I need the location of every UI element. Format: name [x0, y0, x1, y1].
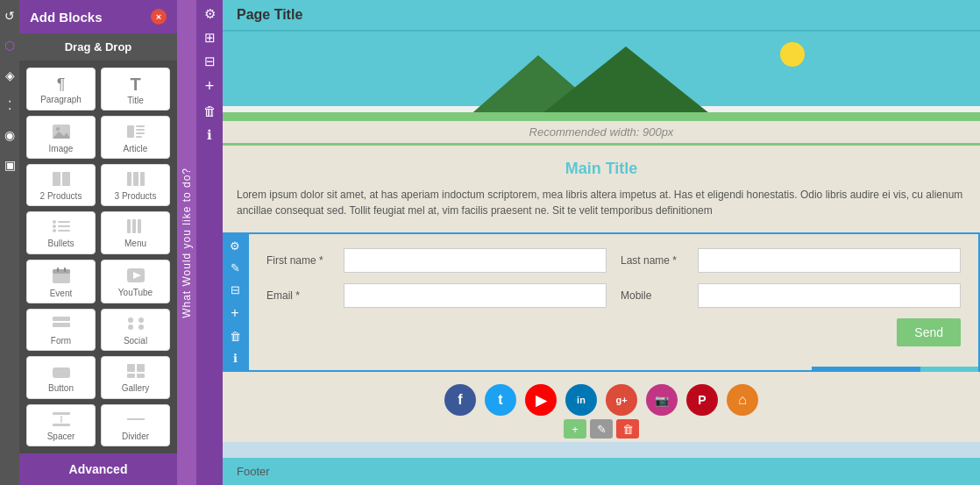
block-button[interactable]: Button — [26, 356, 96, 398]
close-icon[interactable]: × — [151, 9, 167, 25]
last-name-field: Last name * — [621, 248, 961, 273]
divider-label: Divider — [122, 432, 149, 441]
block-article[interactable]: Article — [101, 116, 170, 158]
svg-rect-25 — [64, 267, 66, 272]
svg-rect-29 — [53, 323, 70, 327]
send-button[interactable]: Send — [897, 318, 961, 346]
svg-rect-16 — [58, 225, 70, 227]
mobile-input[interactable] — [698, 283, 961, 308]
blocks-grid: ¶ Paragraph T Title Image Article 2 — [19, 61, 177, 453]
block-image[interactable]: Image — [26, 116, 96, 158]
block-event[interactable]: Event — [26, 260, 96, 303]
page-title: Page Title — [237, 7, 302, 22]
vertical-tab[interactable]: What Would you like to do? — [177, 0, 196, 485]
svg-rect-20 — [132, 219, 136, 233]
footer-bar: Footer — [223, 458, 980, 485]
block-bullets[interactable]: Bullets — [26, 211, 96, 253]
hero-caption: Recommended width: 900px — [223, 121, 980, 143]
form-tool-brush[interactable]: ✎ — [231, 261, 240, 275]
svg-rect-5 — [136, 129, 145, 131]
button-icon — [53, 365, 70, 381]
svg-rect-18 — [58, 230, 70, 232]
event-label: Event — [50, 289, 73, 298]
article-icon — [127, 125, 145, 141]
form-tool-add[interactable]: + — [231, 305, 238, 321]
save-icon[interactable]: ▣ — [4, 158, 16, 172]
form-actions: Send — [266, 318, 961, 346]
layout-icon[interactable]: ⊟ — [204, 54, 216, 68]
form-tool-info[interactable]: ℹ — [233, 352, 238, 365]
svg-rect-38 — [137, 374, 145, 378]
social-add-btn[interactable]: + — [564, 419, 586, 439]
mobile-label: Mobile — [621, 289, 691, 302]
form-section: First name * Last name * Email * Mobile — [247, 232, 980, 372]
youtube-social-icon[interactable]: ▶ — [525, 384, 557, 416]
first-name-label: First name * — [266, 254, 337, 267]
youtube-label: YouTube — [118, 288, 153, 297]
svg-rect-40 — [53, 424, 70, 426]
block-social[interactable]: Social — [101, 309, 170, 351]
form-tool-layout[interactable]: ⊟ — [231, 283, 240, 296]
svg-rect-37 — [127, 374, 135, 378]
block-form[interactable]: Form — [26, 309, 96, 351]
twitter-icon[interactable]: t — [485, 384, 516, 416]
dots-icon[interactable]: ⁚ — [8, 98, 11, 112]
social-label: Social — [124, 336, 147, 346]
2products-icon — [53, 172, 70, 189]
settings-icon[interactable]: ⚙ — [204, 7, 216, 20]
spacer-label: Spacer — [47, 432, 75, 441]
gallery-label: Gallery — [122, 383, 150, 393]
block-youtube[interactable]: YouTube — [101, 260, 170, 303]
delete-icon[interactable]: 🗑 — [203, 104, 217, 118]
first-name-input[interactable] — [344, 248, 607, 273]
svg-point-30 — [128, 317, 133, 323]
block-menu[interactable]: Menu — [101, 211, 170, 253]
block-3products[interactable]: 3 Products — [101, 164, 170, 206]
block-2products[interactable]: 2 Products — [26, 164, 96, 206]
form-label: Form — [51, 336, 71, 346]
advanced-button[interactable]: Advanced — [19, 453, 177, 485]
block-divider[interactable]: Divider — [101, 404, 170, 446]
2products-label: 2 Products — [40, 191, 82, 201]
button-label: Button — [48, 383, 74, 393]
form-tool-delete[interactable]: 🗑 — [230, 330, 241, 343]
content-section: Main Title Lorem ipsum dolor sit amet, a… — [223, 146, 980, 232]
last-name-input[interactable] — [698, 248, 961, 273]
pinterest-icon[interactable]: P — [686, 384, 718, 416]
social-edit-btn[interactable]: ✎ — [590, 419, 613, 439]
svg-rect-28 — [53, 317, 70, 321]
block-spacer[interactable]: Spacer — [26, 404, 96, 446]
home-icon[interactable]: ⌂ — [727, 384, 758, 416]
refresh-icon[interactable]: ↺ — [4, 9, 15, 23]
facebook-icon[interactable]: f — [444, 384, 476, 416]
page-title-bar: Page Title — [223, 0, 980, 32]
instagram-icon[interactable]: 📷 — [646, 384, 678, 416]
svg-rect-23 — [53, 269, 70, 274]
svg-point-15 — [53, 225, 56, 228]
svg-rect-6 — [136, 132, 145, 134]
form-row-1: First name * Last name * — [266, 248, 961, 273]
svg-rect-35 — [127, 364, 135, 372]
googleplus-icon[interactable]: g+ — [606, 384, 637, 416]
email-input[interactable] — [344, 283, 607, 308]
info-icon[interactable]: ℹ — [207, 128, 212, 141]
form-tool-settings[interactable]: ⚙ — [230, 239, 240, 253]
linkedin-icon[interactable]: in — [565, 384, 597, 416]
svg-point-1 — [56, 127, 60, 131]
svg-rect-39 — [53, 412, 70, 415]
lorem-text: Lorem ipsum dolor sit amet, at has aperi… — [237, 187, 966, 218]
block-paragraph[interactable]: ¶ Paragraph — [26, 68, 96, 111]
eye-icon[interactable]: ◉ — [4, 128, 15, 142]
spacer-icon — [53, 412, 70, 429]
block-title[interactable]: T Title — [101, 68, 170, 111]
blocks-icon[interactable]: ⊞ — [204, 31, 216, 44]
svg-rect-8 — [53, 172, 60, 186]
block-gallery[interactable]: Gallery — [101, 356, 170, 398]
social-delete-btn[interactable]: 🗑 — [616, 419, 639, 439]
palette-icon[interactable]: ◈ — [5, 68, 15, 82]
bullets-label: Bullets — [47, 239, 74, 248]
cube-icon[interactable]: ⬡ — [4, 39, 15, 53]
add-icon[interactable]: + — [205, 78, 215, 94]
add-blocks-title: Add Blocks — [30, 10, 103, 25]
hero-sun — [780, 42, 805, 67]
